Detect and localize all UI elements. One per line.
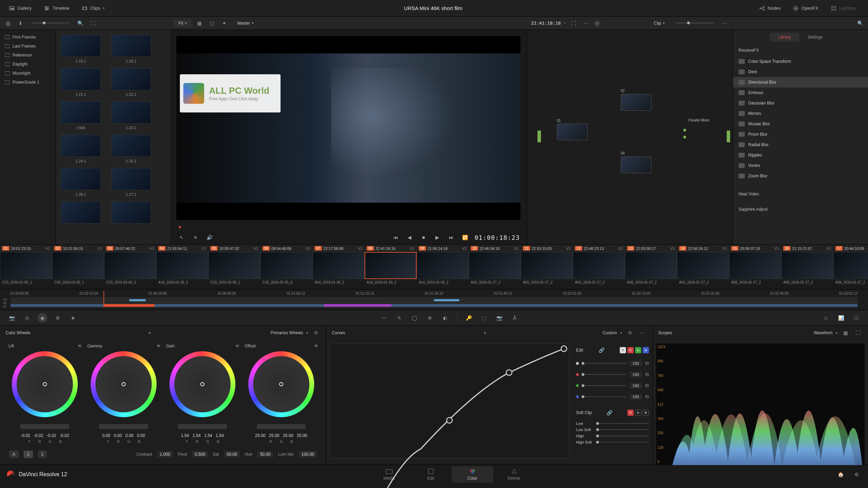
wheel-reset-icon[interactable]: ⟲: [157, 344, 160, 348]
jog-wheel[interactable]: [99, 424, 148, 429]
wheels-mode[interactable]: Primaries Wheels: [270, 330, 303, 335]
wheel-handle[interactable]: [43, 382, 47, 386]
chan-y[interactable]: Y: [620, 347, 626, 353]
r-intensity-slider[interactable]: [582, 374, 627, 375]
keyframe-icon[interactable]: ◇: [821, 313, 831, 323]
low-slider[interactable]: [596, 423, 649, 424]
jog-wheel[interactable]: [257, 424, 306, 429]
scopes-icon[interactable]: 📊: [836, 313, 846, 323]
options-icon[interactable]: ⋯: [582, 19, 591, 28]
color-wheel[interactable]: [91, 351, 157, 417]
wheel-reset-icon[interactable]: ⟲: [78, 344, 81, 348]
parallel-mixer-2[interactable]: [683, 136, 686, 138]
node-02[interactable]: [621, 94, 651, 111]
key-icon[interactable]: 🔑: [464, 313, 474, 323]
chevron-down-icon[interactable]: ▾: [564, 22, 566, 25]
wheel-value[interactable]: 1.54: [216, 433, 224, 438]
still-cat-powergrade[interactable]: PowerGrade 1: [0, 78, 56, 87]
color-wheel[interactable]: [169, 351, 235, 417]
wheel-value[interactable]: -0.02: [21, 433, 30, 438]
clip-thumb[interactable]: 1422:56:24:12V1A03_2016-01-27_2: [677, 245, 729, 289]
b-intensity-slider[interactable]: [582, 396, 627, 397]
playhead-marker-icon[interactable]: [178, 226, 181, 229]
sc-chan-r[interactable]: R: [627, 410, 634, 416]
clip-thumb[interactable]: 0921:56:14:16V2A14_2016-01-28_2: [417, 245, 469, 289]
node-zoom-slider[interactable]: [676, 23, 714, 24]
lightbox-toggle[interactable]: Lightbox: [826, 3, 861, 13]
qualifier-icon[interactable]: ✎: [394, 313, 404, 323]
wheel-value[interactable]: 25.00: [283, 433, 293, 438]
export-icon[interactable]: ⬇: [16, 19, 25, 28]
node-options-icon[interactable]: ⋯: [720, 19, 729, 28]
tracker-icon[interactable]: ⊕: [425, 313, 435, 323]
clip-thumb[interactable]: 1720:44:10:09V1A08_2016-01-27_2: [833, 245, 868, 289]
stills-gallery[interactable]: 1.19.11.20.1 1.21.11.22.1 I.Still1.23.1 …: [56, 30, 170, 244]
mini-timeline[interactable]: 01:00:00:0001:00:15:0401:00:30:0601:00:4…: [0, 289, 868, 310]
home-icon[interactable]: 🏠: [836, 470, 845, 479]
g-intensity-slider[interactable]: [582, 385, 627, 386]
wheel-value[interactable]: 25.00: [269, 433, 279, 438]
sat-value[interactable]: 50.00: [224, 451, 240, 458]
wheel-handle[interactable]: [279, 382, 283, 386]
window-icon[interactable]: ◯: [410, 313, 419, 323]
curves-icon[interactable]: 〰: [379, 313, 389, 323]
fx-item[interactable]: Emboss: [733, 87, 868, 98]
scope-layout-icon[interactable]: ▦: [841, 328, 850, 337]
reset-icon[interactable]: ⟲: [645, 370, 649, 379]
still-thumb[interactable]: 1.24.1: [61, 135, 101, 163]
wheel-value[interactable]: 1.54: [181, 433, 189, 438]
link-icon[interactable]: 🔗: [607, 408, 612, 417]
fx-item[interactable]: Gaussian Blur: [733, 98, 868, 108]
prev-clip-icon[interactable]: ⏮: [391, 233, 400, 242]
stereo-icon[interactable]: 📷: [495, 313, 504, 323]
blur-icon[interactable]: ◐: [440, 313, 450, 323]
wheel-value[interactable]: -0.02: [47, 433, 56, 438]
still-thumb[interactable]: 1.21.1: [61, 68, 101, 96]
version-1-button[interactable]: 1: [24, 451, 33, 458]
clips-dropdown[interactable]: Clips ▾: [77, 3, 109, 13]
scopes-mode[interactable]: Waveform: [814, 330, 833, 335]
wheel-value[interactable]: 25.00: [255, 433, 266, 438]
sizing-icon[interactable]: ⬚: [479, 313, 489, 323]
b-val[interactable]: 100: [629, 394, 642, 399]
still-cat-first-frames[interactable]: First Frames: [0, 33, 56, 42]
still-cat-reference[interactable]: Reference: [0, 51, 56, 60]
chan-b[interactable]: B: [643, 347, 649, 353]
node-01[interactable]: [557, 124, 587, 140]
clip-thumb[interactable]: 0210:21:59:15V1C20_2016-02-05_1: [52, 245, 104, 289]
clip-thumb[interactable]: 0421:55:54:11V1A14_2016-01-28_2: [156, 245, 208, 289]
panel-layout-icon[interactable]: ▥: [3, 19, 12, 28]
jog-wheel[interactable]: [178, 424, 227, 429]
still-cat-last-frames[interactable]: Last Frames: [0, 42, 56, 51]
fx-item[interactable]: Prism Blur: [733, 129, 868, 140]
master-dropdown[interactable]: Master ▾: [232, 19, 527, 27]
still-thumb[interactable]: 1.23.1: [111, 101, 151, 130]
fx-item[interactable]: Mirrors: [733, 108, 868, 119]
next-clip-icon[interactable]: ⏭: [447, 233, 456, 242]
clip-dropdown[interactable]: Clip ▾: [649, 19, 669, 27]
still-thumb[interactable]: 1.20.1: [111, 35, 151, 63]
clip-thumb[interactable]: 0722:17:56:06V1A14_2016-01-28_2: [312, 245, 365, 289]
still-thumb[interactable]: 1.26.1: [61, 168, 101, 196]
still-thumb[interactable]: I.Still: [61, 101, 101, 130]
y-val[interactable]: 100: [629, 361, 642, 366]
viewer-canvas[interactable]: ALL PC WorldFree Apps One Click Away: [176, 36, 520, 220]
reset-icon[interactable]: ⟲: [645, 392, 649, 401]
node-editor[interactable]: 01 02 04 Parallel Mixer: [527, 30, 733, 244]
still-thumb[interactable]: 1.22.1: [111, 68, 151, 96]
pivot-value[interactable]: 0.500: [192, 451, 208, 458]
clip-thumb[interactable]: 0609:54:40:08V2C20_2016-02-05_0: [260, 245, 312, 289]
fullscreen-icon[interactable]: ⛶: [569, 19, 578, 28]
wheel-value[interactable]: 1.54: [193, 433, 201, 438]
sc-chan-b[interactable]: B: [643, 410, 649, 416]
fx-item[interactable]: Dent: [733, 67, 868, 77]
picker-dot-icon[interactable]: [484, 332, 486, 334]
search-icon[interactable]: 🔍: [76, 19, 85, 28]
clip-thumb[interactable]: 0309:57:46:22V3C20_2016-02-05_0: [104, 245, 156, 289]
still-cat-moonlight[interactable]: Moonlight: [0, 69, 56, 78]
fx-tab-library[interactable]: Library: [770, 33, 799, 42]
wand-icon[interactable]: ✦: [220, 19, 229, 28]
clip-thumb[interactable]: 0822:41:18:16V1A14_2016-01-28_2: [365, 245, 417, 289]
clip-thumb[interactable]: 0510:05:47:02V1C20_2016-02-05_1: [208, 245, 260, 289]
chan-g[interactable]: G: [635, 347, 641, 353]
